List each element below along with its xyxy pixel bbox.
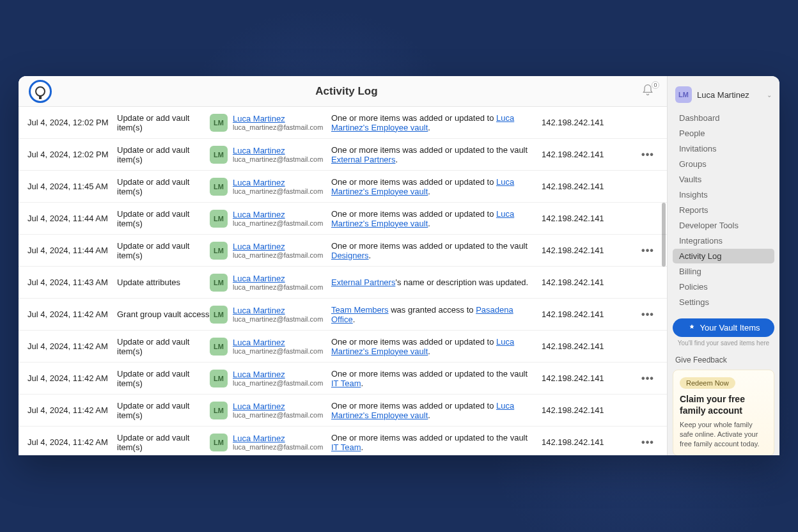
row-date: Jul 4, 2024, 11:44 AM [27,214,117,223]
user-link[interactable]: Luca Martinez [233,210,323,219]
vault-items-button[interactable]: Your Vault Items [673,318,774,337]
row-menu-button[interactable]: ••• [638,373,658,384]
row-action: Update or add vault item(s) [117,369,210,388]
activity-row: Jul 4, 2024, 11:42 AMUpdate or add vault… [19,331,667,363]
row-ip: 142.198.242.141 [542,246,638,255]
user-email: luca_martinez@fastmail.com [233,251,323,259]
row-action: Update or add vault item(s) [117,433,210,452]
promo-card: Redeem Now Claim your free family accoun… [673,370,774,455]
redeem-now-button[interactable]: Redeem Now [680,377,735,389]
app-window: Activity Log 0 Jul 4, 2024, 12:02 PMUpda… [19,76,779,455]
sidebar-item-dashboard[interactable]: Dashboard [673,111,774,125]
row-ip: 142.198.242.141 [542,118,638,127]
row-user: LMLuca Martinezluca_martinez@fastmail.co… [210,274,331,292]
row-user: LMLuca Martinezluca_martinez@fastmail.co… [210,434,331,451]
entity-link[interactable]: IT Team [331,442,361,452]
sidebar-item-developer-tools[interactable]: Developer Tools [673,218,774,233]
row-menu-button[interactable]: ••• [638,245,658,256]
sidebar-item-policies[interactable]: Policies [673,279,774,294]
row-date: Jul 4, 2024, 11:42 AM [27,341,117,351]
scrollbar-thumb[interactable] [662,203,666,267]
row-action: Update or add vault item(s) [117,209,210,228]
vault-hint: You'll find your saved items here [673,340,774,347]
avatar: LM [210,210,228,228]
entity-link[interactable]: Luca Martinez's Employee vault [331,209,514,228]
user-link[interactable]: Luca Martinez [233,370,323,379]
sidebar-item-activity-log[interactable]: Activity Log [673,249,774,263]
notifications-count: 0 [652,81,659,89]
sidebar-item-integrations[interactable]: Integrations [673,233,774,248]
sidebar-item-insights[interactable]: Insights [673,187,774,202]
chevron-down-icon: ⌄ [767,91,772,98]
activity-row: Jul 4, 2024, 11:43 AMUpdate attributesLM… [19,267,667,299]
sidebar-item-vaults[interactable]: Vaults [673,172,774,187]
row-action: Update or add vault item(s) [117,401,210,420]
user-email: luca_martinez@fastmail.com [233,315,323,323]
row-ip: 142.198.242.141 [542,278,638,287]
avatar: LM [210,402,228,419]
entity-link[interactable]: Luca Martinez's Employee vault [331,177,514,196]
sidebar-item-billing[interactable]: Billing [673,264,774,279]
row-date: Jul 4, 2024, 11:45 AM [27,182,117,191]
row-ip: 142.198.242.141 [542,373,638,383]
sidebar: LM Luca Martinez ⌄ DashboardPeopleInvita… [667,76,779,455]
activity-row: Jul 4, 2024, 11:42 AMUpdate or add vault… [19,395,667,426]
notifications-button[interactable]: 0 [641,84,657,99]
entity-link[interactable]: Luca Martinez's Employee vault [331,401,514,420]
header: Activity Log 0 [19,76,667,107]
row-description: One or more items was added or updated t… [331,177,542,196]
app-logo-icon [29,80,52,103]
give-feedback-link[interactable]: Give Feedback [675,356,772,364]
row-action: Grant group vault access [117,309,210,319]
row-description: One or more items was added or updated t… [331,145,542,164]
sidebar-item-groups[interactable]: Groups [673,157,774,171]
avatar: LM [210,114,228,132]
user-link[interactable]: Luca Martinez [233,178,323,187]
vault-items-label: Your Vault Items [700,323,760,332]
row-description: One or more items was added or updated t… [331,369,542,388]
avatar: LM [210,274,228,292]
promo-text: Keep your whole family safe online. Acti… [680,420,767,449]
row-ip: 142.198.242.141 [542,405,638,415]
avatar: LM [210,242,228,260]
activity-row: Jul 4, 2024, 11:44 AMUpdate or add vault… [19,235,667,267]
user-link[interactable]: Luca Martinez [233,434,323,443]
row-date: Jul 4, 2024, 12:02 PM [27,150,117,159]
account-name: Luca Martinez [697,90,762,100]
user-email: luca_martinez@fastmail.com [233,219,323,227]
row-menu-button[interactable]: ••• [638,309,658,320]
avatar: LM [675,86,692,103]
user-link[interactable]: Luca Martinez [233,146,323,155]
page-title: Activity Log [52,85,641,98]
activity-row: Jul 4, 2024, 12:02 PMUpdate or add vault… [19,139,667,171]
entity-link[interactable]: Team Members [331,305,389,315]
sidebar-item-settings[interactable]: Settings [673,295,774,309]
row-ip: 142.198.242.141 [542,341,638,351]
entity-link[interactable]: External Partners [331,278,395,287]
entity-link[interactable]: External Partners [331,155,395,164]
user-link[interactable]: Luca Martinez [233,338,323,347]
row-user: LMLuca Martinezluca_martinez@fastmail.co… [210,242,331,260]
user-link[interactable]: Luca Martinez [233,114,323,123]
row-description: One or more items was added or updated t… [331,433,542,452]
row-user: LMLuca Martinezluca_martinez@fastmail.co… [210,306,331,324]
row-description: One or more items was added or updated t… [331,241,542,260]
entity-link[interactable]: IT Team [331,379,361,388]
user-link[interactable]: Luca Martinez [233,306,323,315]
sidebar-item-reports[interactable]: Reports [673,203,774,217]
sidebar-item-people[interactable]: People [673,126,774,141]
row-description: One or more items was added or updated t… [331,113,542,132]
row-menu-button[interactable]: ••• [638,149,658,160]
row-date: Jul 4, 2024, 12:02 PM [27,118,117,127]
entity-link[interactable]: Luca Martinez's Employee vault [331,113,514,132]
row-ip: 142.198.242.141 [542,150,638,159]
user-link[interactable]: Luca Martinez [233,274,323,283]
user-link[interactable]: Luca Martinez [233,242,323,251]
user-link[interactable]: Luca Martinez [233,402,323,411]
row-menu-button[interactable]: ••• [638,437,658,448]
entity-link[interactable]: Luca Martinez's Employee vault [331,337,514,356]
row-action: Update or add vault item(s) [117,177,210,196]
entity-link[interactable]: Designers [331,251,369,260]
account-menu[interactable]: LM Luca Martinez ⌄ [673,84,774,111]
sidebar-item-invitations[interactable]: Invitations [673,141,774,156]
